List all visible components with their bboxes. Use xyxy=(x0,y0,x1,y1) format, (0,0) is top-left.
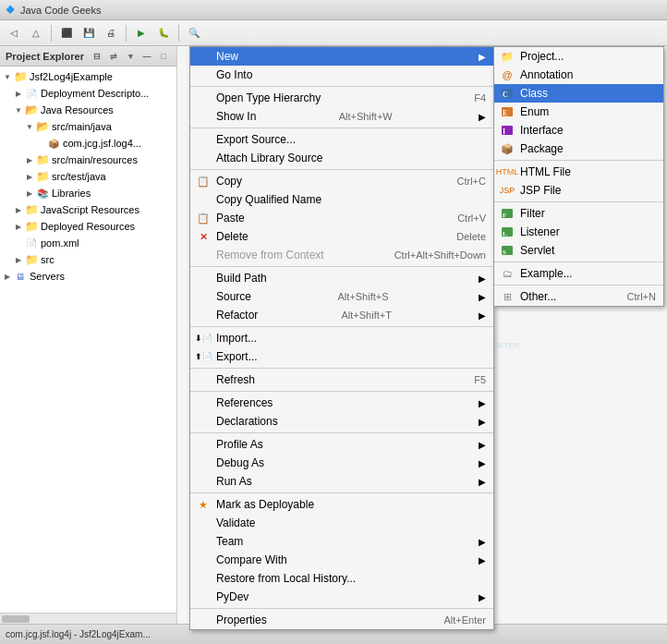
menu-item-go-into[interactable]: Go Into xyxy=(190,66,493,84)
menu-item-open-type-hierarchy[interactable]: Open Type Hierarchy F4 xyxy=(190,89,493,107)
tree-item-js-resources[interactable]: ▶ 📁 JavaScript Resources xyxy=(0,201,176,218)
menu-item-remove-context[interactable]: Remove from Context Ctrl+Alt+Shift+Down xyxy=(190,246,493,264)
submenu-item-jsp-file[interactable]: JSP JSP File xyxy=(494,181,663,200)
expand-toggle[interactable]: ▶ xyxy=(13,204,24,215)
folder-icon: 📁 xyxy=(24,252,39,267)
tree-item-servers[interactable]: ▶ 🖥 Servers xyxy=(0,268,176,285)
menu-item-refactor[interactable]: Refactor Alt+Shift+T ▶ xyxy=(190,306,493,324)
save-button[interactable]: 💾 xyxy=(79,23,99,43)
menu-item-source[interactable]: Source Alt+Shift+S ▶ xyxy=(190,287,493,306)
menu-item-run-as[interactable]: Run As ▶ xyxy=(190,472,493,491)
run-button[interactable]: ▶ xyxy=(131,23,152,43)
print-button[interactable]: 🖨 xyxy=(101,23,121,43)
expand-toggle[interactable]: ▶ xyxy=(2,271,13,282)
expand-toggle[interactable]: ▼ xyxy=(24,121,35,132)
tree-item-libraries[interactable]: ▶ 📚 Libraries xyxy=(0,185,176,201)
menu-item-debug-as[interactable]: Debug As ▶ xyxy=(190,454,493,472)
tree-item-src-main-resources[interactable]: ▶ 📁 src/main/resources xyxy=(0,152,176,168)
menu-item-references[interactable]: References ▶ xyxy=(190,394,493,412)
scrollbar-thumb[interactable] xyxy=(2,615,30,623)
maximize-button[interactable]: □ xyxy=(156,49,171,64)
menu-item-validate[interactable]: Validate xyxy=(190,514,493,532)
submenu-separator-2 xyxy=(494,201,663,202)
menu-item-pydev[interactable]: PyDev ▶ xyxy=(190,588,493,606)
package-icon: 📦 xyxy=(500,141,515,156)
debug-button[interactable]: 🐛 xyxy=(153,23,174,43)
library-icon: 📚 xyxy=(35,186,50,200)
expand-toggle[interactable]: ▼ xyxy=(13,104,24,115)
submenu-item-annotation[interactable]: @ Annotation xyxy=(494,66,663,84)
search-button[interactable]: 🔍 xyxy=(184,23,204,43)
expand-toggle[interactable]: ▼ xyxy=(2,71,13,82)
link-with-editor-button[interactable]: ⇌ xyxy=(106,49,121,64)
submenu-item-package[interactable]: 📦 Package xyxy=(494,140,663,158)
submenu-item-example[interactable]: 🗂 Example... xyxy=(494,264,663,283)
menu-separator-10 xyxy=(190,608,493,609)
up-button[interactable]: △ xyxy=(26,23,46,43)
expand-toggle[interactable]: ▶ xyxy=(13,254,24,265)
tree-item-deployed-resources[interactable]: ▶ 📁 Deployed Resources xyxy=(0,218,176,235)
menu-item-export-source[interactable]: Export Source... xyxy=(190,130,493,149)
submenu-arrow: ▶ xyxy=(471,592,486,602)
menu-separator-4 xyxy=(190,266,493,267)
tree-item-src-main-java[interactable]: ▼ 📂 src/main/java xyxy=(0,118,176,135)
expand-toggle[interactable]: ▶ xyxy=(24,188,35,199)
class-icon: C xyxy=(500,86,515,101)
folder-icon: 📁 xyxy=(24,202,39,217)
package-icon: 📦 xyxy=(46,136,61,151)
tree-item-java-resources[interactable]: ▼ 📂 Java Resources xyxy=(0,102,176,118)
submenu-item-class[interactable]: C Class xyxy=(494,84,663,103)
expand-toggle[interactable]: ▶ xyxy=(24,171,35,182)
menu-item-paste[interactable]: 📋 Paste Ctrl+V xyxy=(190,209,493,227)
minimize-button[interactable]: — xyxy=(139,49,154,64)
menu-item-copy[interactable]: 📋 Copy Ctrl+C xyxy=(190,172,493,190)
view-menu-button[interactable]: ▾ xyxy=(123,49,138,64)
menu-item-attach-library[interactable]: Attach Library Source xyxy=(190,149,493,167)
menu-item-compare-with[interactable]: Compare With ▶ xyxy=(190,551,493,569)
menu-item-show-in[interactable]: Show In Alt+Shift+W ▶ xyxy=(190,107,493,126)
menu-item-import[interactable]: ⬇📄 Import... xyxy=(190,329,493,347)
annotation-icon: @ xyxy=(500,67,515,82)
menu-item-profile-as[interactable]: Profile As ▶ xyxy=(190,435,493,454)
tree-item-package[interactable]: 📦 com.jcg.jsf.log4... xyxy=(0,135,176,152)
tree-item-descriptor[interactable]: ▶ 📄 Deployment Descripto... xyxy=(0,85,176,102)
menu-separator-8 xyxy=(190,432,493,433)
folder-icon: 📁 xyxy=(24,219,39,234)
collapse-all-button[interactable]: ⊟ xyxy=(90,49,104,64)
expand-toggle[interactable]: ▶ xyxy=(13,88,24,99)
menu-item-copy-qualified[interactable]: Copy Qualified Name xyxy=(190,190,493,209)
menu-item-delete[interactable]: ✕ Delete Delete xyxy=(190,227,493,246)
deployable-icon: ★ xyxy=(196,497,211,512)
menu-item-mark-deployable[interactable]: ★ Mark as Deployable xyxy=(190,495,493,514)
submenu-item-interface[interactable]: I Interface xyxy=(494,121,663,140)
menu-item-declarations[interactable]: Declarations ▶ xyxy=(190,412,493,431)
submenu-item-servlet[interactable]: S Servlet xyxy=(494,241,663,260)
tree-item-src[interactable]: ▶ 📁 src xyxy=(0,251,176,268)
menu-item-new[interactable]: New ▶ xyxy=(190,47,493,66)
menu-item-team[interactable]: Team ▶ xyxy=(190,532,493,551)
menu-item-build-path[interactable]: Build Path ▶ xyxy=(190,269,493,287)
tree-item-src-test-java[interactable]: ▶ 📁 src/test/java xyxy=(0,168,176,185)
menu-item-restore-local[interactable]: Restore from Local History... xyxy=(190,569,493,588)
submenu-item-listener[interactable]: L Listener xyxy=(494,223,663,241)
submenu-item-html-file[interactable]: HTML HTML File xyxy=(494,163,663,181)
expand-toggle-leaf xyxy=(13,237,24,249)
copy-qualified-icon xyxy=(196,192,211,207)
tree-item-pom[interactable]: 📄 pom.xml xyxy=(0,235,176,251)
submenu-item-other[interactable]: ⊞ Other... Ctrl+N xyxy=(494,287,663,306)
horizontal-scrollbar[interactable] xyxy=(0,613,176,624)
submenu-item-enum[interactable]: E Enum xyxy=(494,103,663,121)
tree-item-project[interactable]: ▼ 📁 Jsf2Log4jExample xyxy=(0,68,176,85)
expand-toggle[interactable]: ▶ xyxy=(13,221,24,232)
svg-text:F: F xyxy=(503,212,506,219)
submenu-arrow: ▶ xyxy=(471,477,486,487)
new-button[interactable]: ⬛ xyxy=(56,23,77,43)
back-button[interactable]: ◁ xyxy=(4,23,24,43)
menu-item-refresh[interactable]: Refresh F5 xyxy=(190,371,493,389)
submenu-item-project[interactable]: 📁 Project... xyxy=(494,47,663,66)
menu-item-properties[interactable]: Properties Alt+Enter xyxy=(190,611,493,629)
panel-header-icons: ⊟ ⇌ ▾ — □ xyxy=(90,49,171,64)
submenu-item-filter[interactable]: F Filter xyxy=(494,204,663,223)
expand-toggle[interactable]: ▶ xyxy=(24,154,35,165)
menu-item-export[interactable]: ⬆📄 Export... xyxy=(190,347,493,366)
